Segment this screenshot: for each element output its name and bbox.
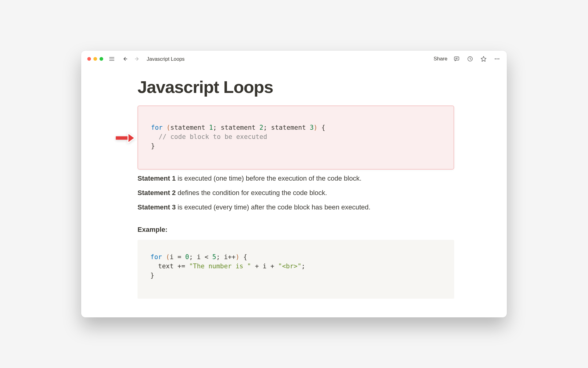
text: is executed (every time) after the code … — [176, 203, 371, 211]
back-button[interactable] — [120, 55, 129, 63]
code-token: ; — [213, 124, 221, 131]
maximize-window-button[interactable] — [100, 57, 103, 61]
code-token: "<br>" — [278, 263, 301, 270]
bold-label: Statement 2 — [138, 189, 176, 197]
app-window: Javascript Loops Share — [81, 51, 507, 317]
code-token: ; — [263, 124, 271, 131]
svg-point-12 — [498, 58, 499, 59]
code-token: ; — [301, 263, 305, 270]
topbar-actions: Share — [434, 55, 501, 63]
page-content: Javascript Loops for (statement 1; state… — [81, 67, 507, 299]
code-token: statement — [271, 124, 310, 131]
favorite-star-icon[interactable] — [479, 55, 488, 63]
forward-button[interactable] — [133, 55, 142, 63]
code-token: { — [318, 124, 325, 131]
code-token: for — [151, 124, 163, 131]
minimize-window-button[interactable] — [93, 57, 97, 61]
example-heading: Example: — [138, 226, 454, 234]
paragraph-statement-3: Statement 3 is executed (every time) aft… — [138, 202, 454, 212]
code-token: i++ — [224, 253, 236, 261]
share-button[interactable]: Share — [434, 56, 447, 62]
code-token: 1 — [209, 124, 213, 131]
breadcrumb[interactable]: Javascript Loops — [147, 56, 185, 62]
svg-point-11 — [496, 58, 497, 59]
code-token: } — [150, 272, 154, 279]
text: is executed (one time) before the execut… — [176, 174, 362, 182]
code-token: ) — [314, 124, 318, 131]
code-token: 2 — [259, 124, 263, 131]
annotation-arrow-icon — [116, 132, 137, 144]
more-menu-icon[interactable] — [493, 55, 501, 63]
code-token: ; — [216, 253, 224, 261]
code-block-example[interactable]: for (i = 0; i < 5; i++) { text += "The n… — [138, 240, 454, 298]
window-controls — [87, 57, 103, 61]
code-token: "The number is " — [189, 263, 251, 270]
bold-label: Statement 3 — [138, 203, 176, 211]
code-token: 5 — [212, 253, 216, 261]
code-token: 0 — [185, 253, 189, 261]
code-token: } — [151, 142, 155, 150]
svg-point-10 — [495, 58, 496, 59]
code-token: { — [239, 253, 247, 261]
updates-clock-icon[interactable] — [466, 55, 474, 63]
close-window-button[interactable] — [87, 57, 91, 61]
svg-marker-9 — [481, 56, 486, 62]
svg-rect-5 — [454, 57, 459, 60]
code-token: statement — [221, 124, 259, 131]
code-token: ; — [189, 253, 197, 261]
code-block-syntax[interactable]: for (statement 1; statement 2; statement… — [138, 105, 454, 170]
code-token: 3 — [310, 124, 314, 131]
code-token: // code block to be executed — [151, 133, 267, 140]
code-token: ( — [163, 124, 170, 131]
code-token: statement — [170, 124, 209, 131]
comments-icon[interactable] — [452, 55, 461, 63]
code-token: ( — [162, 253, 170, 261]
paragraph-statement-2: Statement 2 defines the condition for ex… — [138, 188, 454, 198]
bold-label: Statement 1 — [138, 174, 176, 182]
text: defines the condition for executing the … — [176, 189, 327, 197]
code-token: + i + — [251, 263, 278, 270]
paragraph-statement-1: Statement 1 is executed (one time) befor… — [138, 173, 454, 183]
code-token: ) — [236, 253, 239, 261]
code-token: for — [150, 253, 162, 261]
code-token: text += — [150, 263, 189, 270]
code-token: i < — [197, 253, 213, 261]
page-title: Javascript Loops — [138, 77, 454, 97]
sidebar-toggle-button[interactable] — [107, 55, 116, 63]
code-token: i = — [170, 253, 185, 261]
topbar: Javascript Loops Share — [81, 51, 507, 67]
